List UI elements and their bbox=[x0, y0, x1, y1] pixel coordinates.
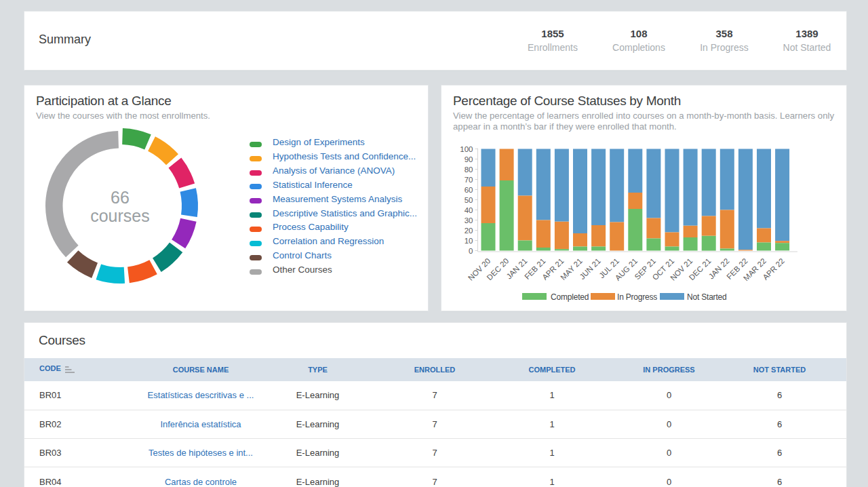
svg-text:80: 80 bbox=[465, 165, 473, 174]
svg-text:50: 50 bbox=[465, 196, 473, 204]
svg-text:30: 30 bbox=[465, 216, 473, 225]
svg-text:20: 20 bbox=[465, 227, 473, 235]
svg-text:40: 40 bbox=[465, 206, 473, 214]
svg-text:60: 60 bbox=[465, 186, 473, 194]
svg-text:100: 100 bbox=[460, 145, 473, 153]
svg-text:90: 90 bbox=[465, 155, 473, 163]
svg-text:70: 70 bbox=[465, 176, 473, 184]
svg-text:10: 10 bbox=[465, 237, 473, 245]
svg-text:0: 0 bbox=[469, 247, 473, 255]
